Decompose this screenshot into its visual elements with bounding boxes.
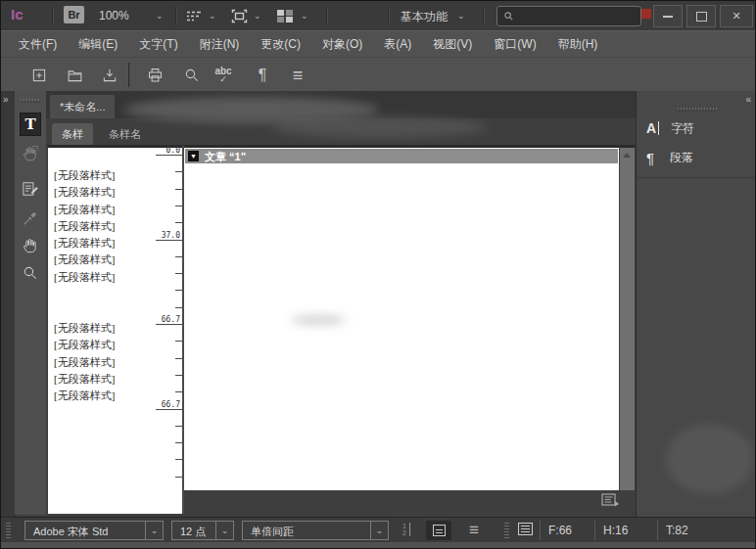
galley-text-area[interactable]: ▼ 文章 “1” — [184, 146, 619, 490]
expand-dock-icon[interactable]: » — [3, 94, 7, 105]
paragraph-panel-button[interactable]: ¶ 段落 — [646, 146, 693, 169]
ruler-tick — [175, 341, 182, 342]
paragraph-style-row[interactable]: [无段落样式] — [48, 202, 149, 218]
ruler-tick — [175, 189, 182, 190]
view-options-icon[interactable] — [185, 9, 203, 23]
find-icon[interactable] — [181, 65, 203, 86]
divider — [637, 177, 756, 178]
status-bar: Adobe 宋体 Std ⌄ 12 点 ⌄ 单倍间距 ⌄ 1 2 ≡ F:66H… — [1, 517, 755, 542]
tools-panel: T — [15, 91, 46, 515]
menu-item[interactable]: 更改(C) — [257, 33, 305, 56]
menu-item[interactable]: 窗口(W) — [490, 33, 540, 56]
paragraph-style-row[interactable]: [无段落样式] — [48, 354, 149, 371]
paragraph-style-row[interactable]: [无段落样式] — [48, 235, 149, 252]
zoom-level-value[interactable]: 100% — [99, 9, 129, 23]
red-indicator — [641, 9, 651, 19]
maximize-button[interactable] — [686, 5, 716, 27]
panel-grip[interactable] — [21, 99, 40, 103]
view-options-chevron-icon[interactable]: ⌄ — [209, 11, 216, 21]
menu-item[interactable]: 表(A) — [380, 33, 415, 56]
zoom-tool[interactable] — [20, 261, 41, 285]
paragraph-style-row[interactable]: [无段落样式] — [48, 167, 149, 184]
menu-item[interactable]: 视图(V) — [429, 33, 476, 56]
hand-tool-icon — [21, 236, 40, 255]
vertical-scrollbar[interactable] — [620, 146, 635, 490]
collapse-story-icon[interactable]: ▼ — [188, 151, 199, 161]
view-tab[interactable]: 条样 — [52, 123, 93, 145]
bridge-button[interactable]: Br — [64, 6, 84, 23]
workspace-switcher[interactable]: 基本功能 — [401, 9, 448, 25]
copyfit-counts: F:66H:16T:82 — [1, 518, 755, 542]
paragraph-style-row[interactable]: [无段落样式] — [48, 320, 149, 337]
workspace-chevron-icon[interactable]: ⌄ — [457, 11, 465, 21]
ruler-tick: 66.7 — [156, 409, 182, 410]
ruler-tick: 0.0 — [156, 155, 182, 156]
export-story-icon[interactable] — [600, 492, 620, 507]
panel-grip[interactable] — [678, 108, 717, 112]
menu-item[interactable]: 编辑(E) — [74, 33, 121, 56]
scroll-up-icon[interactable] — [623, 153, 631, 158]
collapse-dock-icon[interactable]: « — [745, 94, 749, 105]
menu-item[interactable]: 文件(F) — [15, 33, 61, 56]
paragraph-style-row[interactable]: [无段落样式] — [48, 388, 149, 404]
paragraph-style-row[interactable]: [无段落样式] — [48, 371, 149, 388]
divider — [175, 7, 177, 24]
character-panel-button[interactable]: A 字符 — [646, 116, 694, 140]
arrange-documents-icon[interactable] — [275, 8, 295, 23]
printer-icon[interactable] — [144, 65, 165, 86]
story-header-bar[interactable]: ▼ 文章 “1” — [185, 149, 618, 163]
ruler-tick — [175, 391, 182, 392]
document-area: *未命名... 条样条样名 [无段落样式][无段落样式][无段落样式][无段落样… — [46, 91, 636, 517]
left-dock-strip: » — [1, 91, 16, 517]
search-input[interactable] — [519, 10, 631, 23]
save-icon[interactable] — [99, 65, 120, 86]
position-tool[interactable] — [20, 142, 41, 165]
screen-mode-chevron-icon[interactable]: ⌄ — [254, 11, 261, 21]
ruler-tick — [175, 273, 182, 274]
paragraph-style-row[interactable]: [无段落样式] — [48, 252, 149, 268]
type-tool-icon: T — [24, 115, 35, 133]
style-rows-group-1: [无段落样式][无段落样式][无段落样式][无段落样式][无段落样式][无段落样… — [48, 167, 149, 286]
note-tool[interactable] — [20, 177, 41, 201]
paragraph-style-row[interactable]: [无段落样式] — [48, 269, 149, 286]
screenshot-smudge — [666, 424, 754, 494]
ruler-tick — [175, 477, 182, 478]
view-tab[interactable]: 条样名 — [99, 123, 151, 145]
close-button[interactable]: ✕ — [720, 5, 753, 27]
menu-item[interactable]: 对象(O) — [318, 33, 366, 56]
ruler-number: 0.0 — [166, 146, 180, 155]
zoom-chevron-icon[interactable]: ⌄ — [156, 11, 164, 21]
new-document-icon[interactable] — [28, 65, 50, 86]
ruler-tick: 66.7 — [156, 324, 182, 325]
type-tool[interactable]: T — [20, 113, 41, 136]
paragraph-style-row[interactable]: [无段落样式] — [48, 184, 149, 201]
ruler-tick — [175, 290, 182, 291]
screen-mode-icon[interactable] — [230, 8, 248, 23]
arrange-documents-chevron-icon[interactable]: ⌄ — [301, 11, 308, 21]
divider — [483, 7, 485, 24]
hand-tool[interactable] — [20, 234, 41, 257]
paragraph-panel-icon: ¶ — [646, 150, 661, 166]
spellcheck-icon[interactable]: abc ✓ — [213, 65, 234, 86]
menu-item[interactable]: 帮助(H) — [554, 33, 602, 56]
character-panel-label: 字符 — [671, 120, 694, 137]
document-tab[interactable]: *未命名... — [50, 95, 115, 118]
copyfit-count: H:16 — [594, 521, 655, 540]
copyfit-count: F:66 — [540, 521, 594, 540]
eyedropper-tool[interactable] — [20, 206, 41, 230]
incopy-logo: Ic — [11, 6, 24, 23]
show-hidden-characters-icon[interactable]: ¶ — [252, 65, 273, 86]
toolbar-menu-icon[interactable]: ≡ — [287, 65, 308, 86]
paragraph-panel-label: 段落 — [670, 150, 693, 166]
open-folder-icon[interactable] — [64, 65, 85, 86]
menu-item[interactable]: 文字(T) — [135, 33, 181, 56]
paragraph-style-row[interactable]: [无段落样式] — [48, 337, 149, 353]
paragraph-style-column: [无段落样式][无段落样式][无段落样式][无段落样式][无段落样式][无段落样… — [48, 146, 182, 514]
position-tool-icon — [21, 144, 40, 163]
paragraph-style-row[interactable]: [无段落样式] — [48, 218, 149, 235]
divider — [128, 63, 130, 87]
menu-item[interactable]: 附注(N) — [196, 33, 244, 56]
minimize-button[interactable] — [653, 5, 683, 27]
search-box[interactable] — [496, 6, 641, 26]
ruler-tick — [175, 442, 182, 443]
